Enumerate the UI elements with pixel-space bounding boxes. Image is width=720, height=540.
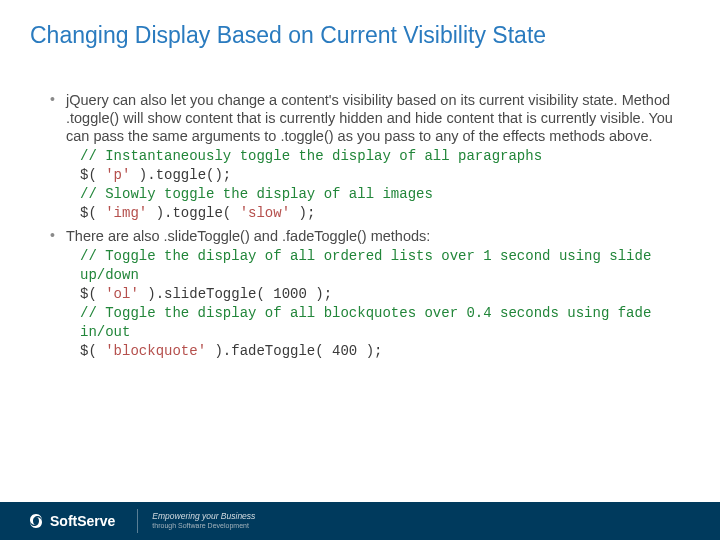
bullet-list: jQuery can also let you change a content… <box>52 91 680 360</box>
code-line: // Toggle the display of all blockquotes… <box>80 304 680 342</box>
bullet-text: There are also .slideToggle() and .fadeT… <box>66 228 430 244</box>
code-line: // Toggle the display of all ordered lis… <box>80 247 680 285</box>
list-item: jQuery can also let you change a content… <box>52 91 680 223</box>
code-line: $( 'blockquote' ).fadeToggle( 400 ); <box>80 342 680 361</box>
footer-tagline: Empowering your Business through Softwar… <box>152 512 255 530</box>
bullet-text: jQuery can also let you change a content… <box>66 92 673 144</box>
code-block: // Toggle the display of all ordered lis… <box>66 247 680 360</box>
slide-body: jQuery can also let you change a content… <box>0 49 720 360</box>
code-line: $( 'img' ).toggle( 'slow' ); <box>80 204 680 223</box>
footer-bar: SoftServe Empowering your Business throu… <box>0 502 720 540</box>
code-line: // Slowly toggle the display of all imag… <box>80 185 680 204</box>
tagline-sub: through Software Development <box>152 522 255 530</box>
code-line: $( 'ol' ).slideToggle( 1000 ); <box>80 285 680 304</box>
slide-title: Changing Display Based on Current Visibi… <box>0 0 720 49</box>
tagline-main: Empowering your Business <box>152 511 255 521</box>
brand-name: SoftServe <box>50 513 115 529</box>
code-block: // Instantaneously toggle the display of… <box>66 147 680 223</box>
brand-logo: SoftServe <box>0 502 131 540</box>
code-line: // Instantaneously toggle the display of… <box>80 147 680 166</box>
footer-separator <box>137 509 138 533</box>
code-line: $( 'p' ).toggle(); <box>80 166 680 185</box>
list-item: There are also .slideToggle() and .fadeT… <box>52 227 680 360</box>
swirl-icon <box>28 513 44 529</box>
